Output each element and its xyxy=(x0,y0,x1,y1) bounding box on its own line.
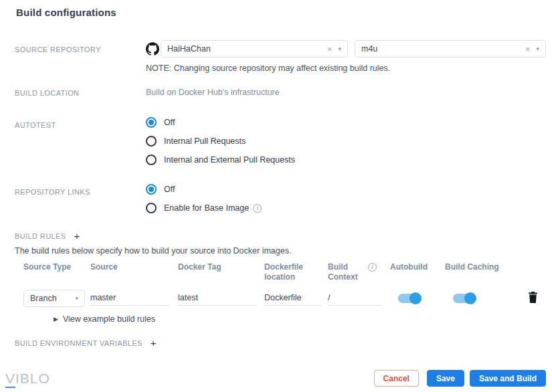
add-build-rule-button[interactable]: + xyxy=(74,231,80,241)
autobuild-toggle[interactable] xyxy=(398,294,421,303)
build-rules-table: Source Type Source Docker Tag Dockerfile… xyxy=(23,262,545,324)
footer: VIBLO Cancel Save Save and Build xyxy=(0,370,552,387)
repo-links-option-base-image[interactable]: Enable for Base Image i xyxy=(146,202,552,214)
repo-caret-down-icon[interactable]: ▾ xyxy=(536,46,539,52)
radio-unselected-icon[interactable] xyxy=(146,155,157,165)
build-location-label: BUILD LOCATION xyxy=(0,87,146,98)
radio-selected-icon[interactable] xyxy=(146,184,157,195)
viblo-logo-rest: IBLO xyxy=(15,371,50,386)
build-environment-variables-section: BUILD ENVIRONMENT VARIABLES + xyxy=(0,338,552,348)
table-row: Branch ▾ xyxy=(23,289,90,308)
dockerfile-location-input[interactable] xyxy=(264,291,322,306)
source-type-caret-down-icon[interactable]: ▾ xyxy=(75,296,78,302)
trash-icon xyxy=(527,291,539,304)
build-rules-section: BUILD RULES + The build rules below spec… xyxy=(0,231,552,256)
col-header-source: Source xyxy=(90,262,178,282)
col-header-build-context: Build Context i xyxy=(328,262,390,282)
cancel-button[interactable]: Cancel xyxy=(374,370,419,387)
org-caret-down-icon[interactable]: ▾ xyxy=(338,46,341,52)
build-environment-variables-label: BUILD ENVIRONMENT VARIABLES xyxy=(15,339,143,347)
radio-selected-icon[interactable] xyxy=(146,117,157,128)
source-repository-note: NOTE: Changing source repository may aff… xyxy=(146,63,552,74)
docker-tag-input[interactable] xyxy=(178,291,257,306)
source-repository-label: SOURCE REPOSITORY xyxy=(0,40,146,54)
build-location-row: BUILD LOCATION Build on Docker Hub's inf… xyxy=(0,87,552,98)
col-header-dockerfile-location: Dockerfile location xyxy=(264,262,311,282)
build-rules-label: BUILD RULES xyxy=(15,232,66,240)
viblo-logo: VIBLO xyxy=(5,371,50,387)
delete-rule-button[interactable] xyxy=(527,291,539,306)
base-image-info-icon[interactable]: i xyxy=(253,204,262,213)
autotest-row: AUTOTEST Off Internal Pull Requests Inte… xyxy=(0,116,552,166)
save-button[interactable]: Save xyxy=(427,370,464,387)
build-configurations-page: Build configurations SOURCE REPOSITORY H… xyxy=(0,0,552,392)
build-location-value: Build on Docker Hub's infrastructure xyxy=(146,87,552,98)
repo-clear-icon[interactable]: × xyxy=(525,45,531,54)
repo-select-value: m4u xyxy=(361,44,525,54)
build-caching-toggle[interactable] xyxy=(453,294,476,303)
build-context-input[interactable] xyxy=(328,291,381,306)
repo-select[interactable]: m4u × ▾ xyxy=(355,40,546,58)
org-clear-icon[interactable]: × xyxy=(327,45,333,54)
view-example-build-rules-link[interactable]: ▶ View example build rules xyxy=(54,314,545,324)
collapsed-arrow-icon: ▶ xyxy=(54,316,58,322)
autotest-option-off[interactable]: Off xyxy=(146,116,552,128)
repository-links-label: REPOSITORY LINKS xyxy=(0,183,146,197)
autotest-option-internal-pr[interactable]: Internal Pull Requests xyxy=(146,135,552,147)
org-select[interactable]: HaiHaChan × ▾ xyxy=(161,40,348,58)
source-input[interactable] xyxy=(90,291,169,306)
repository-links-row: REPOSITORY LINKS Off Enable for Base Ima… xyxy=(0,183,552,214)
page-title: Build configurations xyxy=(0,0,552,19)
col-header-build-caching: Build Caching xyxy=(445,262,509,282)
add-env-var-button[interactable]: + xyxy=(151,338,157,348)
save-and-build-button[interactable]: Save and Build xyxy=(470,370,546,387)
col-header-docker-tag: Docker Tag xyxy=(178,262,264,282)
org-select-value: HaiHaChan xyxy=(167,44,327,54)
radio-unselected-icon[interactable] xyxy=(146,203,157,213)
col-header-autobuild: Autobuild xyxy=(390,262,445,282)
github-icon xyxy=(146,41,161,56)
autotest-option-internal-external-pr[interactable]: Internal and External Pull Requests xyxy=(146,154,552,166)
repo-links-option-off[interactable]: Off xyxy=(146,183,552,195)
source-type-select[interactable]: Branch ▾ xyxy=(23,290,85,307)
col-header-actions xyxy=(509,262,545,282)
source-repository-row: SOURCE REPOSITORY HaiHaChan × ▾ m4u × ▾ … xyxy=(0,40,552,74)
build-rules-description: The build rules below specify how to bui… xyxy=(15,246,552,256)
radio-unselected-icon[interactable] xyxy=(146,136,157,146)
autotest-label: AUTOTEST xyxy=(0,116,146,130)
build-context-info-icon[interactable]: i xyxy=(368,263,377,272)
col-header-source-type: Source Type xyxy=(23,262,90,282)
